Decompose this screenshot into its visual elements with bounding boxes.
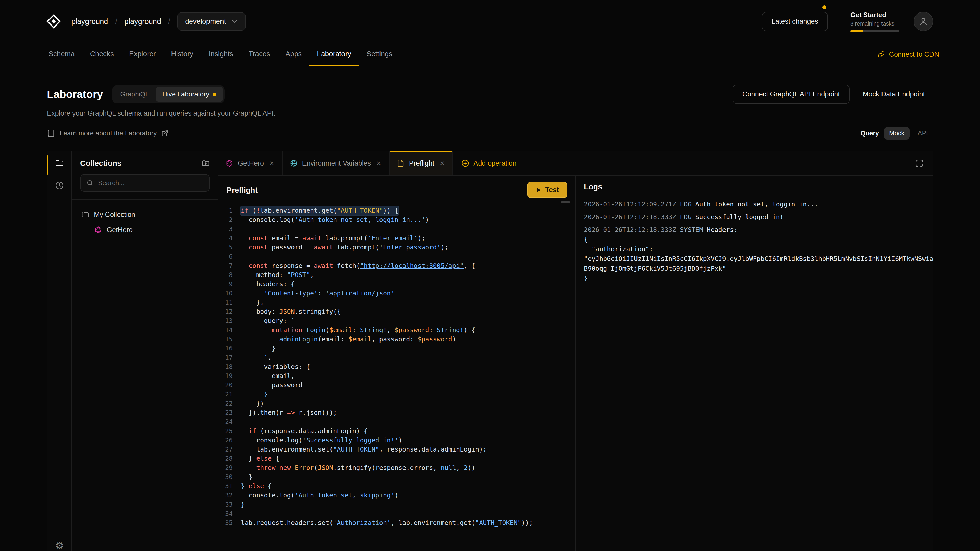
learn-more-link[interactable]: Learn more about the Laboratory — [47, 129, 169, 138]
code-line[interactable]: 6 — [218, 252, 575, 261]
code-line[interactable]: 10 'Content-Type': 'application/json' — [218, 289, 575, 298]
history-icon[interactable] — [55, 181, 64, 190]
tree-item-gethero[interactable]: GetHero — [76, 222, 214, 238]
code-line[interactable]: 29 throw new Error(JSON.stringify(respon… — [218, 463, 575, 472]
nav-tab-apps[interactable]: Apps — [278, 43, 310, 66]
nav-tab-laboratory[interactable]: Laboratory — [309, 43, 359, 66]
nav-tab-schema[interactable]: Schema — [41, 43, 83, 66]
fullscreen-icon[interactable] — [906, 151, 932, 175]
code-line[interactable]: 30 } — [218, 472, 575, 482]
code-line[interactable]: 14 mutation Login($email: String!, $pass… — [218, 326, 575, 335]
line-number: 28 — [218, 454, 241, 463]
code-editor[interactable]: 1if (!lab.environment.get("AUTH_TOKEN"))… — [218, 204, 575, 551]
code-line-content: mutation Login($email: String!, $passwor… — [241, 326, 475, 335]
collections-search-input[interactable] — [98, 179, 204, 187]
code-line[interactable]: 15 adminLogin(email: $email, password: $… — [218, 335, 575, 344]
breadcrumb-org[interactable]: playground — [72, 17, 108, 26]
laboratory-header: Laboratory GraphiQLHive Laboratory Conne… — [0, 66, 980, 140]
test-button-label: Test — [545, 186, 559, 194]
code-line-content: `, — [241, 353, 272, 362]
code-line[interactable]: 20 password — [218, 381, 575, 390]
hive-logo-icon[interactable] — [45, 13, 62, 30]
nav-tab-traces[interactable]: Traces — [241, 43, 278, 66]
test-button[interactable]: Test — [527, 182, 567, 198]
tab-environment-variables[interactable]: Environment Variables× — [283, 151, 390, 175]
code-line[interactable]: 1if (!lab.environment.get("AUTH_TOKEN"))… — [218, 206, 575, 215]
code-line[interactable]: 31} else { — [218, 482, 575, 491]
code-line[interactable]: 7 const response = await fetch("http://l… — [218, 261, 575, 270]
mock-endpoint-button[interactable]: Mock Data Endpoint — [855, 85, 933, 103]
code-line[interactable]: 19 email, — [218, 372, 575, 381]
code-line[interactable]: 13 query: ` — [218, 316, 575, 326]
get-started-widget[interactable]: Get Started 3 remaining tasks — [850, 11, 899, 32]
breadcrumb: playground / playground / development — [72, 12, 246, 30]
line-number: 24 — [218, 417, 241, 427]
query-mode-segments: MockAPI — [884, 127, 933, 140]
code-line[interactable]: 12 body: JSON.stringify({ — [218, 307, 575, 316]
latest-changes-button[interactable]: Latest changes — [762, 12, 828, 31]
collections-search[interactable] — [80, 174, 210, 192]
target-selector[interactable]: development — [177, 12, 246, 30]
code-line[interactable]: 11 }, — [218, 298, 575, 307]
code-line[interactable]: 3 — [218, 224, 575, 233]
query-mode-switcher: Query MockAPI — [861, 127, 933, 140]
code-line[interactable]: 34 — [218, 509, 575, 518]
collections-icon[interactable] — [55, 159, 64, 168]
code-line[interactable]: 27 lab.environment.set("AUTH_TOKEN", res… — [218, 445, 575, 454]
code-line[interactable]: 4 const email = await lab.prompt('Enter … — [218, 233, 575, 243]
code-line-content: query: ` — [241, 316, 295, 326]
breadcrumb-separator: / — [115, 17, 118, 26]
logs-output[interactable]: 2026-01-26T12:12:09.271Z LOG Auth token … — [576, 197, 932, 551]
line-number: 16 — [218, 344, 241, 353]
code-line-content: }, — [241, 298, 264, 307]
active-strip-indicator — [47, 156, 48, 175]
code-line[interactable]: 2 console.log('Auth token not set, loggi… — [218, 215, 575, 224]
tab-preflight[interactable]: Preflight× — [390, 151, 453, 175]
user-avatar[interactable] — [914, 12, 933, 31]
query-mode-api[interactable]: API — [913, 127, 933, 140]
code-line[interactable]: 33} — [218, 500, 575, 509]
tree-item-my-collection[interactable]: My Collection — [76, 207, 214, 222]
add-operation-button[interactable]: Add operation — [453, 151, 525, 175]
code-line[interactable]: 16 } — [218, 344, 575, 353]
nav-tab-settings[interactable]: Settings — [359, 43, 400, 66]
log-continuation-line: } — [584, 273, 932, 283]
nav-tab-checks[interactable]: Checks — [83, 43, 121, 66]
code-line[interactable]: 8 method: "POST", — [218, 270, 575, 279]
code-line-content: } — [241, 472, 252, 482]
tab-gethero[interactable]: GetHero× — [218, 151, 283, 175]
code-line[interactable]: 24 — [218, 417, 575, 427]
close-tab-icon[interactable]: × — [269, 159, 275, 168]
code-line[interactable]: 25 if (response.data.adminLogin) { — [218, 427, 575, 436]
settings-gear-icon[interactable]: ⚙ — [55, 540, 64, 551]
code-line[interactable]: 28 } else { — [218, 454, 575, 463]
query-mode-mock[interactable]: Mock — [884, 127, 910, 140]
code-line[interactable]: 35lab.request.headers.set('Authorization… — [218, 518, 575, 527]
nav-tab-explorer[interactable]: Explorer — [121, 43, 163, 66]
code-line[interactable]: 9 headers: { — [218, 279, 575, 289]
connect-cdn-link[interactable]: Connect to CDN — [878, 43, 939, 66]
connect-endpoint-button[interactable]: Connect GraphQL API Endpoint — [733, 85, 850, 104]
line-number: 25 — [218, 427, 241, 436]
nav-tab-insights[interactable]: Insights — [201, 43, 241, 66]
code-line[interactable]: 26 console.log('Successfully logged in!'… — [218, 436, 575, 445]
close-tab-icon[interactable]: × — [375, 159, 382, 168]
mode-toggle-graphiql[interactable]: GraphiQL — [114, 87, 156, 102]
mode-toggle-hive-laboratory[interactable]: Hive Laboratory — [156, 87, 223, 102]
breadcrumb-project[interactable]: playground — [124, 17, 161, 26]
code-line[interactable]: 32 console.log('Auth token set, skipping… — [218, 491, 575, 500]
code-line[interactable]: 21 } — [218, 390, 575, 399]
new-collection-icon[interactable] — [202, 159, 210, 167]
code-line[interactable]: 22 }) — [218, 399, 575, 408]
close-tab-icon[interactable]: × — [439, 159, 445, 168]
code-line[interactable]: 17 `, — [218, 353, 575, 362]
code-line[interactable]: 23 }).then(r => r.json()); — [218, 408, 575, 417]
tab-label: Environment Variables — [302, 159, 371, 167]
add-operation-label: Add operation — [473, 159, 516, 167]
target-selector-value: development — [185, 17, 226, 25]
code-line-content: variables: { — [241, 362, 310, 372]
code-line[interactable]: 5 const password = await lab.prompt('Ent… — [218, 243, 575, 252]
code-line[interactable]: 18 variables: { — [218, 362, 575, 372]
main-nav: SchemaChecksExplorerHistoryInsightsTrace… — [0, 43, 980, 66]
nav-tab-history[interactable]: History — [163, 43, 201, 66]
